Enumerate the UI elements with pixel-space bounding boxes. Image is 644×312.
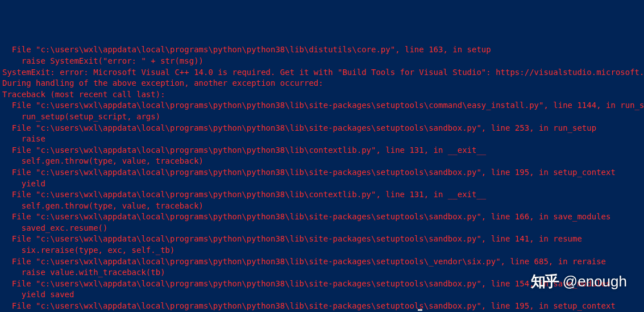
terminal-cursor	[418, 309, 422, 311]
traceback-line: File "c:\users\wxl\appdata\local\program…	[2, 123, 642, 134]
traceback-line: File "c:\users\wxl\appdata\local\program…	[2, 167, 642, 178]
traceback-line: File "c:\users\wxl\appdata\local\program…	[2, 100, 642, 111]
traceback-line: self.gen.throw(type, value, traceback)	[2, 156, 642, 167]
traceback-line: saved_exc.resume()	[2, 223, 642, 234]
traceback-line: File "c:\users\wxl\appdata\local\program…	[2, 256, 642, 268]
traceback-line: run_setup(setup_script, args)	[2, 111, 642, 123]
traceback-line: raise SystemExit("error: " + str(msg))	[2, 56, 642, 67]
traceback-line: self.gen.throw(type, value, traceback)	[2, 201, 642, 212]
traceback-line: File "c:\users\wxl\appdata\local\program…	[2, 211, 642, 223]
traceback-line: File "c:\users\wxl\appdata\local\program…	[2, 234, 642, 245]
watermark: 知乎 @enough	[531, 271, 627, 292]
traceback-line: Traceback (most recent call last):	[2, 89, 642, 101]
traceback-line: During handling of the above exception, …	[2, 78, 642, 89]
zhihu-logo: 知乎	[531, 271, 558, 292]
traceback-line: File "c:\users\wxl\appdata\local\program…	[2, 145, 642, 156]
traceback-line: File "c:\users\wxl\appdata\local\program…	[2, 44, 642, 56]
traceback-line: File "c:\users\wxl\appdata\local\program…	[2, 189, 642, 201]
traceback-line: yield	[2, 178, 642, 190]
traceback-line: SystemExit: error: Microsoft Visual C++ …	[2, 67, 642, 78]
watermark-handle: @enough	[563, 271, 627, 292]
traceback-line: raise	[2, 134, 642, 145]
traceback-line: File "c:\users\wxl\appdata\local\program…	[2, 301, 642, 312]
traceback-line: six.reraise(type, exc, self._tb)	[2, 245, 642, 256]
